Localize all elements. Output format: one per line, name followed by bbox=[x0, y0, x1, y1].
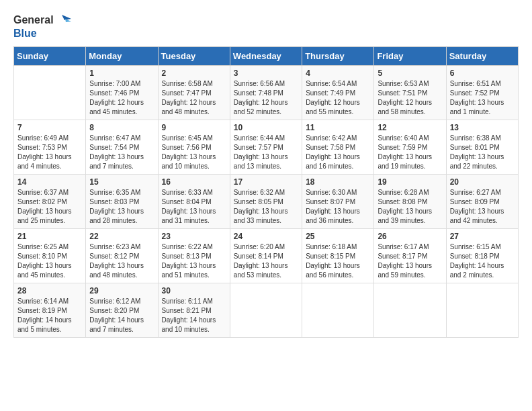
calendar-cell: 22Sunrise: 6:23 AM Sunset: 8:12 PM Dayli… bbox=[86, 229, 158, 283]
column-header-tuesday: Tuesday bbox=[158, 47, 230, 66]
calendar-week-5: 28Sunrise: 6:14 AM Sunset: 8:19 PM Dayli… bbox=[14, 283, 519, 338]
calendar-cell: 10Sunrise: 6:44 AM Sunset: 7:57 PM Dayli… bbox=[230, 120, 302, 175]
day-number: 29 bbox=[89, 286, 154, 295]
calendar-week-3: 14Sunrise: 6:37 AM Sunset: 8:02 PM Dayli… bbox=[14, 175, 519, 229]
logo-general: General bbox=[13, 13, 54, 26]
calendar-cell: 3Sunrise: 6:56 AM Sunset: 7:48 PM Daylig… bbox=[230, 66, 302, 120]
day-number: 12 bbox=[378, 123, 442, 132]
calendar-cell bbox=[14, 66, 86, 120]
cell-text: Sunrise: 6:27 AM Sunset: 8:09 PM Dayligh… bbox=[450, 188, 515, 226]
day-number: 10 bbox=[234, 123, 298, 132]
cell-text: Sunrise: 6:42 AM Sunset: 7:58 PM Dayligh… bbox=[306, 134, 370, 171]
cell-text: Sunrise: 6:44 AM Sunset: 7:57 PM Dayligh… bbox=[234, 134, 298, 171]
calendar-cell: 9Sunrise: 6:45 AM Sunset: 7:56 PM Daylig… bbox=[158, 120, 230, 175]
day-number: 21 bbox=[17, 232, 82, 241]
day-number: 18 bbox=[306, 177, 370, 187]
day-number: 7 bbox=[17, 123, 82, 132]
day-number: 16 bbox=[162, 177, 226, 187]
calendar-cell: 1Sunrise: 7:00 AM Sunset: 7:46 PM Daylig… bbox=[86, 66, 158, 120]
cell-text: Sunrise: 6:38 AM Sunset: 8:01 PM Dayligh… bbox=[450, 134, 515, 171]
day-number: 9 bbox=[162, 123, 226, 132]
cell-text: Sunrise: 6:22 AM Sunset: 8:13 PM Dayligh… bbox=[162, 242, 226, 280]
calendar-cell: 15Sunrise: 6:35 AM Sunset: 8:03 PM Dayli… bbox=[86, 175, 158, 229]
cell-text: Sunrise: 6:37 AM Sunset: 8:02 PM Dayligh… bbox=[17, 188, 82, 226]
column-header-monday: Monday bbox=[86, 47, 158, 66]
calendar-cell bbox=[302, 283, 374, 338]
column-header-friday: Friday bbox=[374, 47, 446, 66]
column-header-sunday: Sunday bbox=[14, 47, 86, 66]
cell-text: Sunrise: 6:25 AM Sunset: 8:10 PM Dayligh… bbox=[17, 242, 82, 280]
calendar-cell bbox=[230, 283, 302, 338]
cell-text: Sunrise: 6:30 AM Sunset: 8:07 PM Dayligh… bbox=[306, 188, 370, 226]
calendar-cell: 2Sunrise: 6:58 AM Sunset: 7:47 PM Daylig… bbox=[158, 66, 230, 120]
calendar-week-2: 7Sunrise: 6:49 AM Sunset: 7:53 PM Daylig… bbox=[14, 120, 519, 175]
cell-text: Sunrise: 6:15 AM Sunset: 8:18 PM Dayligh… bbox=[450, 242, 515, 280]
day-number: 14 bbox=[17, 177, 82, 187]
day-number: 27 bbox=[450, 232, 515, 241]
calendar-cell: 14Sunrise: 6:37 AM Sunset: 8:02 PM Dayli… bbox=[14, 175, 86, 229]
day-number: 19 bbox=[378, 177, 442, 187]
calendar-cell: 13Sunrise: 6:38 AM Sunset: 8:01 PM Dayli… bbox=[446, 120, 518, 175]
calendar-cell: 30Sunrise: 6:11 AM Sunset: 8:21 PM Dayli… bbox=[158, 283, 230, 338]
day-number: 6 bbox=[450, 68, 515, 78]
column-header-wednesday: Wednesday bbox=[230, 47, 302, 66]
cell-text: Sunrise: 6:53 AM Sunset: 7:51 PM Dayligh… bbox=[378, 79, 442, 117]
column-header-thursday: Thursday bbox=[302, 47, 374, 66]
logo-wordmark: General Blue bbox=[13, 13, 71, 40]
day-number: 25 bbox=[306, 232, 370, 241]
day-number: 30 bbox=[162, 286, 226, 295]
calendar-cell bbox=[374, 283, 446, 338]
calendar-cell: 6Sunrise: 6:51 AM Sunset: 7:52 PM Daylig… bbox=[446, 66, 518, 120]
cell-text: Sunrise: 6:47 AM Sunset: 7:54 PM Dayligh… bbox=[89, 134, 154, 171]
cell-text: Sunrise: 6:40 AM Sunset: 7:59 PM Dayligh… bbox=[378, 134, 442, 171]
day-number: 1 bbox=[89, 68, 154, 78]
calendar-cell: 29Sunrise: 6:12 AM Sunset: 8:20 PM Dayli… bbox=[86, 283, 158, 338]
day-number: 8 bbox=[89, 123, 154, 132]
calendar-cell: 23Sunrise: 6:22 AM Sunset: 8:13 PM Dayli… bbox=[158, 229, 230, 283]
calendar-cell: 8Sunrise: 6:47 AM Sunset: 7:54 PM Daylig… bbox=[86, 120, 158, 175]
calendar-table: SundayMondayTuesdayWednesdayThursdayFrid… bbox=[13, 46, 519, 338]
cell-text: Sunrise: 6:11 AM Sunset: 8:21 PM Dayligh… bbox=[162, 297, 226, 334]
cell-text: Sunrise: 6:28 AM Sunset: 8:08 PM Dayligh… bbox=[378, 188, 442, 226]
day-number: 23 bbox=[162, 232, 226, 241]
day-number: 20 bbox=[450, 177, 515, 187]
cell-text: Sunrise: 6:20 AM Sunset: 8:14 PM Dayligh… bbox=[234, 242, 298, 280]
calendar-week-4: 21Sunrise: 6:25 AM Sunset: 8:10 PM Dayli… bbox=[14, 229, 519, 283]
cell-text: Sunrise: 7:00 AM Sunset: 7:46 PM Dayligh… bbox=[89, 79, 154, 117]
cell-text: Sunrise: 6:14 AM Sunset: 8:19 PM Dayligh… bbox=[17, 297, 82, 334]
day-number: 13 bbox=[450, 123, 515, 132]
cell-text: Sunrise: 6:49 AM Sunset: 7:53 PM Dayligh… bbox=[17, 134, 82, 171]
day-number: 3 bbox=[234, 68, 298, 78]
day-number: 11 bbox=[306, 123, 370, 132]
calendar-cell: 21Sunrise: 6:25 AM Sunset: 8:10 PM Dayli… bbox=[14, 229, 86, 283]
cell-text: Sunrise: 6:45 AM Sunset: 7:56 PM Dayligh… bbox=[162, 134, 226, 171]
calendar-cell: 28Sunrise: 6:14 AM Sunset: 8:19 PM Dayli… bbox=[14, 283, 86, 338]
day-number: 2 bbox=[162, 68, 226, 78]
day-number: 5 bbox=[378, 68, 442, 78]
calendar-cell: 25Sunrise: 6:18 AM Sunset: 8:15 PM Dayli… bbox=[302, 229, 374, 283]
calendar-cell: 26Sunrise: 6:17 AM Sunset: 8:17 PM Dayli… bbox=[374, 229, 446, 283]
day-number: 15 bbox=[89, 177, 154, 187]
calendar-cell: 5Sunrise: 6:53 AM Sunset: 7:51 PM Daylig… bbox=[374, 66, 446, 120]
cell-text: Sunrise: 6:58 AM Sunset: 7:47 PM Dayligh… bbox=[162, 79, 226, 117]
calendar-cell: 11Sunrise: 6:42 AM Sunset: 7:58 PM Dayli… bbox=[302, 120, 374, 175]
cell-text: Sunrise: 6:12 AM Sunset: 8:20 PM Dayligh… bbox=[89, 297, 154, 334]
cell-text: Sunrise: 6:35 AM Sunset: 8:03 PM Dayligh… bbox=[89, 188, 154, 226]
calendar-cell bbox=[446, 283, 518, 338]
calendar-cell: 17Sunrise: 6:32 AM Sunset: 8:05 PM Dayli… bbox=[230, 175, 302, 229]
cell-text: Sunrise: 6:54 AM Sunset: 7:49 PM Dayligh… bbox=[306, 79, 370, 117]
column-header-saturday: Saturday bbox=[446, 47, 518, 66]
cell-text: Sunrise: 6:56 AM Sunset: 7:48 PM Dayligh… bbox=[234, 79, 298, 117]
calendar-cell: 24Sunrise: 6:20 AM Sunset: 8:14 PM Dayli… bbox=[230, 229, 302, 283]
calendar-cell: 18Sunrise: 6:30 AM Sunset: 8:07 PM Dayli… bbox=[302, 175, 374, 229]
day-number: 26 bbox=[378, 232, 442, 241]
logo-bird-icon bbox=[55, 13, 71, 27]
day-number: 22 bbox=[89, 232, 154, 241]
logo-blue: Blue bbox=[13, 27, 37, 40]
cell-text: Sunrise: 6:51 AM Sunset: 7:52 PM Dayligh… bbox=[450, 79, 515, 117]
calendar-cell: 7Sunrise: 6:49 AM Sunset: 7:53 PM Daylig… bbox=[14, 120, 86, 175]
calendar-cell: 16Sunrise: 6:33 AM Sunset: 8:04 PM Dayli… bbox=[158, 175, 230, 229]
calendar-cell: 20Sunrise: 6:27 AM Sunset: 8:09 PM Dayli… bbox=[446, 175, 518, 229]
cell-text: Sunrise: 6:17 AM Sunset: 8:17 PM Dayligh… bbox=[378, 242, 442, 280]
calendar-header-row: SundayMondayTuesdayWednesdayThursdayFrid… bbox=[14, 47, 519, 66]
